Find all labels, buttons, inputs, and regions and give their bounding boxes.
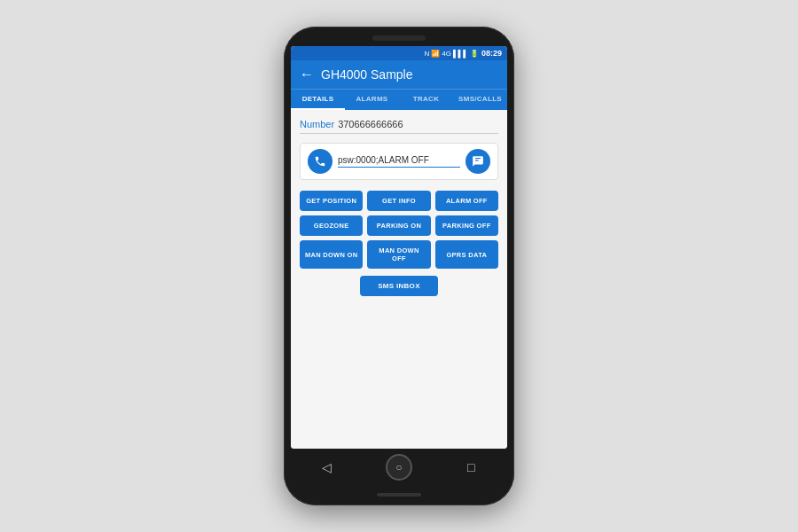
get-position-button[interactable]: GET POSITION: [300, 191, 363, 211]
app-bar: ← GH4000 Sample: [291, 60, 507, 89]
network-icon: 4G: [442, 50, 451, 58]
man-down-off-button[interactable]: MAN DOWN OFF: [367, 240, 430, 269]
nfc-icon: N: [425, 50, 430, 58]
alarm-off-button[interactable]: ALARM OFF: [435, 191, 498, 211]
sms-inbox-row: SMS INBOX: [300, 276, 498, 296]
phone-bottom-bar: [377, 493, 421, 497]
app-title: GH4000 Sample: [321, 67, 498, 82]
message-send-button[interactable]: [466, 149, 490, 174]
nav-bar: ◁ ○ □: [291, 449, 507, 486]
phone-speaker: [372, 35, 426, 41]
message-icon: [472, 155, 484, 168]
sms-command-text[interactable]: psw:0000;ALARM OFF: [338, 155, 460, 168]
back-nav-button[interactable]: ◁: [314, 458, 340, 477]
phone-screen: N 📶 4G ▌▌▌ 🔋 08:29 ← GH4000 Sample DETAI…: [291, 46, 507, 449]
sms-command-row[interactable]: psw:0000;ALARM OFF: [300, 143, 498, 180]
tab-alarms[interactable]: ALARMS: [345, 90, 399, 110]
command-button-grid: GET POSITION GET INFO ALARM OFF GEOZONE …: [300, 191, 498, 269]
get-info-button[interactable]: GET INFO: [367, 191, 430, 211]
man-down-on-button[interactable]: MAN DOWN ON: [300, 240, 363, 269]
status-bar: N 📶 4G ▌▌▌ 🔋 08:29: [291, 46, 507, 60]
signal-icon: ▌▌▌: [453, 50, 468, 58]
tab-sms-calls[interactable]: SMS/CALLS: [453, 90, 507, 110]
phone-icon: [314, 155, 326, 168]
battery-icon: 🔋: [470, 50, 479, 58]
parking-on-button[interactable]: PARKING ON: [367, 215, 430, 236]
call-icon-circle: [308, 149, 332, 174]
home-nav-button[interactable]: ○: [386, 454, 412, 481]
number-label: Number: [300, 119, 334, 129]
number-value: 370666666666: [338, 119, 403, 129]
sms-inbox-button[interactable]: SMS INBOX: [360, 276, 438, 296]
gprs-data-button[interactable]: GPRS DATA: [435, 240, 498, 269]
tab-details[interactable]: DETAILS: [291, 90, 345, 110]
sim-icon: 📶: [431, 50, 440, 58]
parking-off-button[interactable]: PARKING OFF: [435, 215, 498, 236]
phone-device: N 📶 4G ▌▌▌ 🔋 08:29 ← GH4000 Sample DETAI…: [284, 27, 514, 505]
tab-track[interactable]: TRACK: [399, 90, 453, 110]
home-icon: ○: [395, 461, 402, 473]
geozone-button[interactable]: GEOZONE: [300, 215, 363, 236]
tab-bar: DETAILS ALARMS TRACK SMS/CALLS: [291, 89, 507, 110]
content-area: Number 370666666666 psw:0000;ALARM OFF: [291, 110, 507, 449]
status-icons: N 📶 4G ▌▌▌ 🔋: [425, 50, 479, 58]
recent-nav-button[interactable]: □: [458, 458, 484, 477]
number-row: Number 370666666666: [300, 119, 498, 134]
back-button[interactable]: ←: [300, 67, 314, 82]
phone-bottom: [291, 489, 507, 497]
status-time: 08:29: [481, 49, 502, 58]
